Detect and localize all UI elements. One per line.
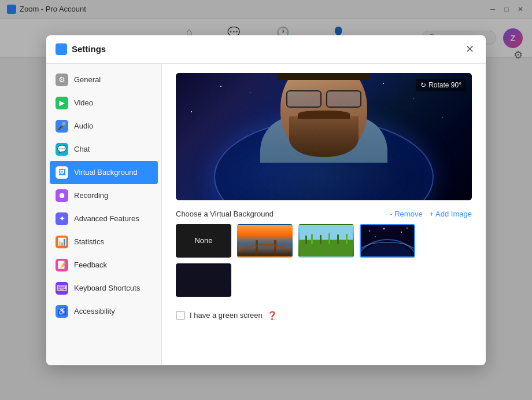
green-screen-row: I have a green screen ❓ <box>176 311 472 320</box>
svg-rect-9 <box>337 234 339 244</box>
svg-rect-3 <box>300 225 354 240</box>
rotate-icon: ↻ <box>420 81 426 89</box>
sidebar-item-chat[interactable]: 💬 Chat <box>46 138 161 161</box>
advanced-features-icon: ✦ <box>56 212 68 225</box>
recording-icon: ⏺ <box>56 189 68 202</box>
green-screen-help-icon[interactable]: ❓ <box>267 311 277 320</box>
sidebar-feedback-label: Feedback <box>74 260 107 269</box>
feedback-icon: 📝 <box>56 259 68 271</box>
sidebar-af-label: Advanced Features <box>74 214 139 223</box>
sidebar-item-statistics[interactable]: 📊 Statistics <box>46 230 161 254</box>
vb-thumb-grass[interactable] <box>298 224 354 258</box>
svg-rect-6 <box>311 234 313 244</box>
person-beard <box>289 116 359 157</box>
sidebar-chat-label: Chat <box>74 145 90 153</box>
virtual-background-icon: 🖼 <box>56 166 68 179</box>
audio-icon: 🎤 <box>56 120 68 133</box>
sidebar-item-keyboard-shortcuts[interactable]: ⌨ Keyboard Shortcuts <box>46 277 161 300</box>
rotate-button[interactable]: ↻ Rotate 90° <box>416 79 466 91</box>
vb-thumb-dark[interactable] <box>176 263 231 297</box>
sidebar-stats-label: Statistics <box>74 237 104 246</box>
vb-header: Choose a Virtual Background - Remove + A… <box>176 210 472 218</box>
svg-point-15 <box>407 227 408 229</box>
svg-rect-4 <box>300 240 354 258</box>
modal-title: Settings <box>72 44 106 54</box>
accessibility-icon: ♿ <box>56 305 68 318</box>
svg-point-13 <box>383 227 385 229</box>
sidebar-item-advanced-features[interactable]: ✦ Advanced Features <box>46 207 161 230</box>
space-svg <box>361 225 414 256</box>
modal-zoom-icon <box>56 43 67 55</box>
green-screen-checkbox[interactable] <box>176 311 185 320</box>
sidebar-item-recording[interactable]: ⏺ Recording <box>46 184 161 207</box>
modal-header: Settings ✕ <box>46 35 486 64</box>
remove-button[interactable]: - Remove <box>390 210 422 218</box>
video-icon: ▶ <box>56 97 68 109</box>
camera-background <box>176 73 472 200</box>
sidebar-item-virtual-background[interactable]: 🖼 Virtual Background <box>50 161 158 184</box>
sidebar-item-general[interactable]: ⚙ General <box>46 68 161 91</box>
sidebar-video-label: Video <box>74 98 93 107</box>
person <box>260 111 387 163</box>
bridge-svg <box>238 239 293 256</box>
settings-content: ↻ Rotate 90° Choose a Virtual Background… <box>162 64 486 365</box>
svg-point-16 <box>375 236 376 237</box>
svg-point-12 <box>369 230 370 232</box>
virtual-background-section: Choose a Virtual Background - Remove + A… <box>176 210 472 297</box>
modal-close-button[interactable]: ✕ <box>463 42 476 56</box>
vb-thumb-bridge[interactable] <box>237 224 293 258</box>
sidebar-item-accessibility[interactable]: ♿ Accessibility <box>46 300 161 323</box>
add-image-button[interactable]: + Add Image <box>430 210 472 218</box>
glasses-right <box>326 90 361 108</box>
modal-body: ⚙ General ▶ Video 🎤 Audio 💬 Chat 🖼 <box>46 64 486 365</box>
sidebar-item-video[interactable]: ▶ Video <box>46 91 161 115</box>
rotate-label: Rotate 90° <box>428 81 461 89</box>
sidebar-item-feedback[interactable]: 📝 Feedback <box>46 254 161 277</box>
vb-thumb-none[interactable]: None <box>176 224 231 258</box>
camera-preview: ↻ Rotate 90° <box>176 73 472 200</box>
dark-svg <box>177 265 231 297</box>
vb-chooser-title: Choose a Virtual Background <box>176 210 274 218</box>
svg-rect-2 <box>238 253 293 256</box>
person-face <box>280 73 367 157</box>
modal-title-area: Settings <box>56 43 106 55</box>
green-screen-label: I have a green screen <box>190 311 263 320</box>
chat-sidebar-icon: 💬 <box>56 143 68 156</box>
sidebar-item-audio[interactable]: 🎤 Audio <box>46 115 161 138</box>
sidebar-ks-label: Keyboard Shortcuts <box>74 284 140 292</box>
vb-thumbnails: None <box>176 224 472 297</box>
svg-rect-10 <box>346 234 348 244</box>
sidebar-access-label: Accessibility <box>74 307 115 315</box>
svg-rect-5 <box>305 236 307 244</box>
sidebar-audio-label: Audio <box>74 122 93 130</box>
keyboard-shortcuts-icon: ⌨ <box>56 282 68 295</box>
svg-rect-8 <box>328 233 330 244</box>
person-mustache <box>298 111 350 119</box>
svg-rect-7 <box>320 235 322 244</box>
vb-actions: - Remove + Add Image <box>390 210 472 218</box>
svg-point-14 <box>401 232 402 233</box>
svg-rect-19 <box>177 265 231 297</box>
sidebar-vb-label: Virtual Background <box>74 168 138 177</box>
statistics-icon: 📊 <box>56 236 68 248</box>
vb-thumb-space[interactable] <box>360 224 415 258</box>
person-glasses <box>286 90 361 108</box>
grass-svg <box>300 225 354 258</box>
sidebar-general-label: General <box>74 75 101 84</box>
person-hair <box>278 73 370 80</box>
bridge-silhouette <box>238 239 291 256</box>
sidebar-recording-label: Recording <box>74 191 108 200</box>
modal-overlay: Settings ✕ ⚙ General ▶ Video 🎤 Audio <box>0 0 532 400</box>
general-icon: ⚙ <box>56 74 68 86</box>
settings-sidebar: ⚙ General ▶ Video 🎤 Audio 💬 Chat 🖼 <box>46 64 162 365</box>
glasses-left <box>286 90 322 108</box>
settings-modal: Settings ✕ ⚙ General ▶ Video 🎤 Audio <box>46 35 486 365</box>
vb-none-label: None <box>194 236 212 245</box>
person-overlay <box>176 73 472 200</box>
